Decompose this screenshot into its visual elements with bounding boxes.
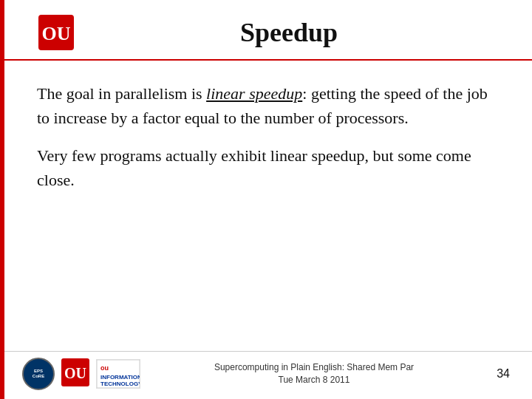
svg-text:OU: OU bbox=[64, 365, 86, 381]
svg-text:INFORMATION: INFORMATION bbox=[100, 374, 140, 381]
ou-footer-logo: OU bbox=[61, 358, 90, 390]
paragraph-1: The goal in parallelism is linear speedu… bbox=[37, 81, 495, 130]
paragraph-2: Very few programs actually exhibit linea… bbox=[37, 143, 495, 192]
svg-text:OU: OU bbox=[42, 23, 71, 44]
epscor-badge: EPSCoRE bbox=[22, 358, 55, 390]
footer-subtitle-line2: Tue March 8 2011 bbox=[214, 374, 414, 386]
paragraph1-pre: The goal in parallelism is bbox=[37, 84, 206, 103]
title-area: Speedup bbox=[75, 17, 502, 48]
slide-footer: EPSCoRE OU ou INFORMATION TECHNOLOGY bbox=[0, 351, 532, 399]
it-logo: ou INFORMATION TECHNOLOGY bbox=[96, 359, 140, 389]
slide-header: OU Speedup bbox=[0, 0, 532, 61]
footer-center: Supercomputing in Plain English: Shared … bbox=[214, 361, 414, 386]
slide: OU Speedup The goal in parallelism is li… bbox=[0, 0, 532, 399]
footer-subtitle-line1: Supercomputing in Plain English: Shared … bbox=[214, 361, 414, 374]
svg-text:TECHNOLOGY: TECHNOLOGY bbox=[100, 381, 140, 387]
linear-speedup-text: linear speedup bbox=[206, 84, 302, 103]
ou-logo: OU bbox=[37, 13, 75, 52]
svg-text:ou: ou bbox=[100, 364, 109, 372]
page-number: 34 bbox=[488, 367, 510, 381]
footer-logos: EPSCoRE OU ou INFORMATION TECHNOLOGY bbox=[22, 358, 140, 390]
epscor-text: EPSCoRE bbox=[33, 369, 44, 378]
slide-content: The goal in parallelism is linear speedu… bbox=[0, 61, 532, 351]
slide-title: Speedup bbox=[75, 17, 502, 48]
